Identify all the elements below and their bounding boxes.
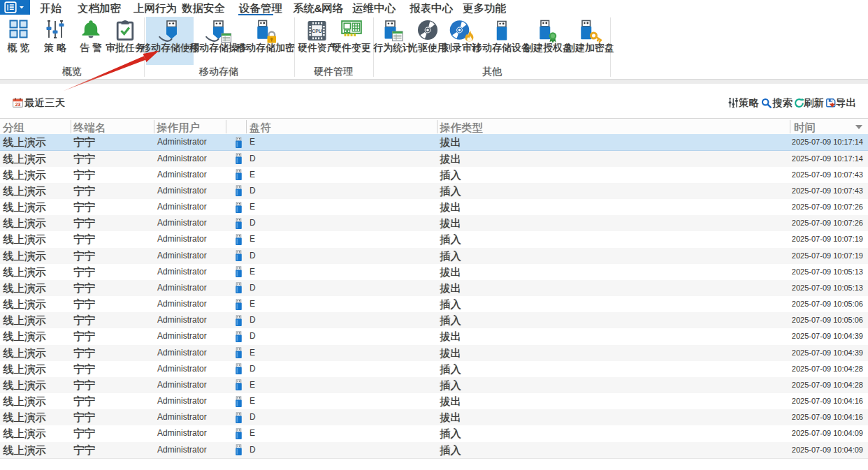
svg-text:23: 23 (15, 102, 21, 107)
